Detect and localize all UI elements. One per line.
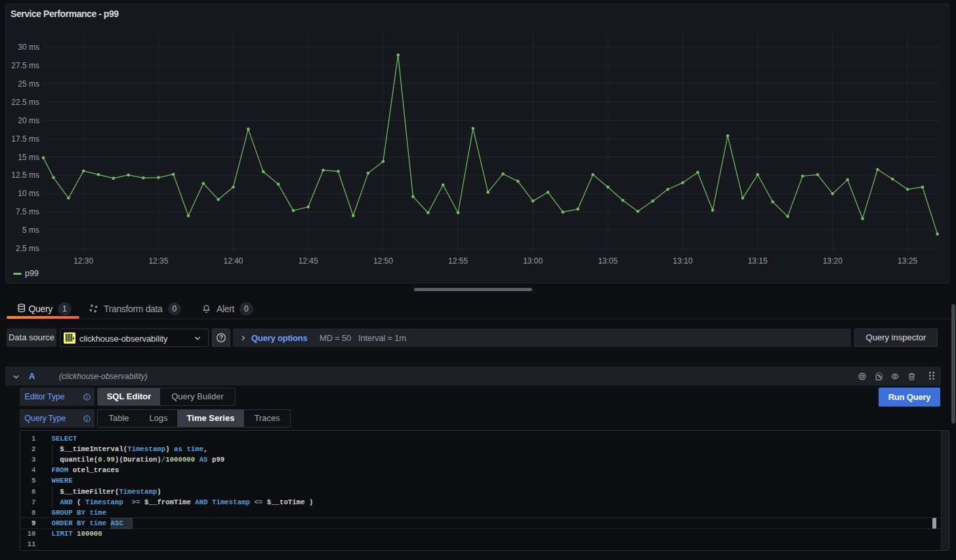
svg-text:10 ms: 10 ms — [18, 189, 39, 198]
svg-text:13:15: 13:15 — [748, 256, 768, 266]
svg-text:15 ms: 15 ms — [18, 153, 39, 162]
svg-text:13:10: 13:10 — [673, 256, 693, 266]
svg-text:12:35: 12:35 — [148, 256, 168, 266]
svg-text:22.5 ms: 22.5 ms — [11, 98, 39, 107]
svg-text:17.5 ms: 17.5 ms — [11, 134, 39, 144]
svg-text:12:40: 12:40 — [223, 256, 243, 266]
svg-text:27.5 ms: 27.5 ms — [11, 61, 39, 70]
svg-text:20 ms: 20 ms — [18, 116, 39, 125]
svg-text:25 ms: 25 ms — [18, 79, 39, 89]
svg-text:12:55: 12:55 — [448, 256, 468, 266]
svg-text:2.5 ms: 2.5 ms — [16, 244, 39, 253]
svg-text:12.5 ms: 12.5 ms — [11, 170, 39, 180]
svg-text:13:20: 13:20 — [823, 256, 842, 266]
svg-text:7.5 ms: 7.5 ms — [16, 207, 39, 216]
svg-text:13:05: 13:05 — [598, 256, 617, 266]
svg-text:13:00: 13:00 — [523, 256, 543, 266]
svg-text:12:45: 12:45 — [299, 256, 318, 266]
svg-text:5 ms: 5 ms — [22, 226, 39, 235]
svg-text:13:25: 13:25 — [898, 256, 917, 266]
svg-text:12:50: 12:50 — [373, 256, 393, 266]
svg-text:30 ms: 30 ms — [18, 43, 39, 52]
svg-text:12:30: 12:30 — [73, 256, 93, 266]
